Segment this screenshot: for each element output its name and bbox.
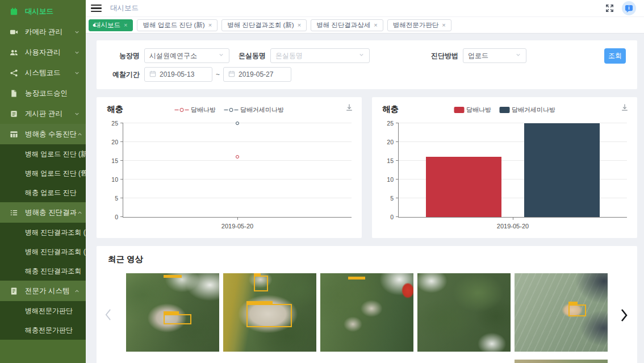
y-tick (396, 216, 399, 217)
sidebar-subitem[interactable]: 해충 진단결과조회 (0, 261, 86, 281)
sidebar-item[interactable]: 대시보드 (0, 1, 86, 22)
tab-label: 대시보드 (94, 21, 120, 30)
recent-images-title: 최근 영상 (108, 254, 143, 265)
tab-item[interactable]: 병해 진단결과상세× (311, 19, 383, 31)
sidebar-item-label: 병해전문가판단 (25, 306, 73, 316)
y-tick (120, 141, 123, 142)
sidebar-item-label: 해충 업로드 진단 (25, 188, 77, 198)
tab-item[interactable]: 병해 진단결과조회 (新)× (221, 19, 307, 31)
sidebar-subitem[interactable]: 해충 업로드 진단 (0, 183, 86, 202)
y-axis-label: 0 (390, 214, 394, 220)
chevron-down-icon (358, 52, 365, 60)
y-axis-label: 5 (390, 195, 394, 202)
carousel-next-button[interactable] (620, 308, 628, 322)
sidebar-item-label: 병해 업로드 진단 (新) (25, 149, 86, 159)
tab-close-icon[interactable]: × (124, 22, 127, 28)
tomato-leaf-photo-4[interactable] (417, 273, 511, 352)
sidebar-menu: 대시보드카메라 관리사용자관리시스템코드농장코드승인게시판 관리병해충 수동진단… (0, 0, 86, 340)
pest-bar-chart-card: 해충 담배나방담배거세미나방 05101520252019-05-20 (372, 97, 637, 238)
sidebar-subitem[interactable]: 병해전문가판단 (0, 301, 86, 320)
y-axis-label: 5 (115, 195, 118, 202)
bar-담배거세미나방 (524, 123, 600, 217)
gridline (123, 160, 352, 161)
tab-active[interactable]: 대시보드× (89, 19, 133, 31)
sidebar-item[interactable]: 농장코드승인 (0, 83, 86, 103)
x-axis-label: 2019-05-20 (497, 223, 529, 230)
sidebar-item-label: 카메라 관리 (25, 27, 74, 37)
method-select[interactable]: 업로드 (463, 48, 526, 63)
download-icon[interactable] (345, 103, 354, 114)
chat-info-icon[interactable]: i (622, 1, 636, 15)
sidebar-item-label: 병해충 진단결과 (25, 208, 77, 218)
sidebar-subitem[interactable]: 병해 업로드 진단 (舊) (0, 164, 86, 183)
recent-images-card: 최근 영상 (97, 246, 637, 363)
tab-item[interactable]: 병해전문가판단× (387, 19, 451, 31)
calendar-icon (228, 70, 235, 79)
manual-diagnosis-icon (9, 130, 18, 139)
tab-label: 병해 진단결과상세 (316, 21, 370, 30)
gridline (123, 198, 352, 198)
chevron-up-icon (77, 210, 83, 216)
filter-row-2: 예찰기간 2019-05-13 ~ 2019-05-27 (108, 67, 626, 82)
period-end-value: 2019-05-27 (239, 70, 273, 78)
farm-select[interactable]: 시설원예연구소 (144, 48, 229, 63)
fullscreen-icon[interactable] (605, 3, 614, 13)
sidebar-item-label: 병해 업로드 진단 (舊) (25, 169, 86, 178)
x-axis-label: 2019-05-20 (221, 223, 253, 230)
sidebar-subitem[interactable]: 병해 진단결과조회 (新) (0, 223, 86, 242)
legend-label: 담배거세미나방 (240, 106, 284, 114)
sidebar-item-label: 병해 진단결과조회 (新) (25, 228, 86, 237)
farm-label: 농장명 (108, 51, 140, 61)
gridline (123, 141, 352, 142)
tab-close-icon[interactable]: × (442, 22, 445, 28)
tab-close-icon[interactable]: × (298, 22, 301, 28)
tab-label: 병해 진단결과조회 (新) (227, 21, 294, 30)
chart-title: 해충 (382, 104, 399, 115)
sidebar-subitem[interactable]: 병해 업로드 진단 (新) (0, 144, 86, 164)
tab-close-icon[interactable]: × (374, 22, 377, 28)
period-separator: ~ (216, 70, 220, 78)
active-tab-dot (93, 24, 96, 27)
sidebar-subitem[interactable]: 병해 진단결과조회 (舊) (0, 242, 86, 261)
tab-bar: 대시보드×병해 업로드 진단 (新)×병해 진단결과조회 (新)×병해 진단결과… (86, 17, 644, 34)
period-start-input[interactable]: 2019-05-13 (144, 67, 212, 82)
chevron-up-icon (77, 131, 83, 137)
sidebar-item[interactable]: 병해충 진단결과 (0, 202, 86, 223)
y-tick (396, 198, 399, 198)
sidebar-item-label: 시스템코드 (25, 68, 74, 78)
legend-item: 담배거세미나방 (499, 106, 555, 114)
y-axis-label: 0 (115, 214, 118, 220)
image-carousel (97, 273, 637, 363)
tomato-leaf-photo-5[interactable] (515, 273, 608, 352)
topbar-actions: i (605, 1, 636, 15)
tomato-leaf-photo-2[interactable] (223, 273, 316, 352)
greenhouse-select[interactable]: 온실동명 (270, 48, 370, 63)
sidebar-item[interactable]: 병해충 수동진단 (0, 124, 86, 144)
period-end-input[interactable]: 2019-05-27 (223, 67, 291, 82)
chart-legend: 담배나방담배거세미나방 (454, 106, 555, 114)
tomato-leaf-photo-1[interactable] (126, 273, 219, 352)
sidebar-item[interactable]: 게시판 관리 (0, 103, 86, 124)
y-axis-label: 15 (111, 157, 118, 164)
y-tick (396, 123, 399, 123)
carousel-prev-button[interactable] (104, 308, 112, 321)
sidebar-item[interactable]: 사용자관리 (0, 42, 86, 62)
legend-item: 담배나방 (454, 106, 491, 114)
tomato-leaf-photo-3[interactable] (320, 273, 413, 352)
sidebar-item[interactable]: 전문가 시스템 (0, 281, 86, 301)
tab-item[interactable]: 병해 업로드 진단 (新)× (137, 19, 218, 31)
tab-label: 병해전문가판단 (393, 21, 439, 30)
chevron-down-icon (218, 52, 224, 60)
filter-panel: 농장명 시설원예연구소 온실동명 온실동명 진단방법 업로드 (97, 40, 637, 89)
detection-label (254, 273, 261, 276)
pest-dashboard-page: { "topbar": { "breadcrumb": "대시보드" }, "s… (0, 0, 644, 363)
menu-toggle-button[interactable] (91, 5, 102, 12)
sidebar-subitem[interactable]: 해충전문가판단 (0, 320, 86, 340)
search-button[interactable]: 조회 (604, 48, 626, 64)
sidebar-item[interactable]: 카메라 관리 (0, 22, 86, 42)
period-label: 예찰기간 (108, 70, 140, 80)
sidebar-item-label: 대시보드 (25, 7, 80, 16)
download-icon[interactable] (620, 103, 629, 114)
sidebar-item[interactable]: 시스템코드 (0, 62, 86, 83)
tab-close-icon[interactable]: × (208, 22, 212, 28)
